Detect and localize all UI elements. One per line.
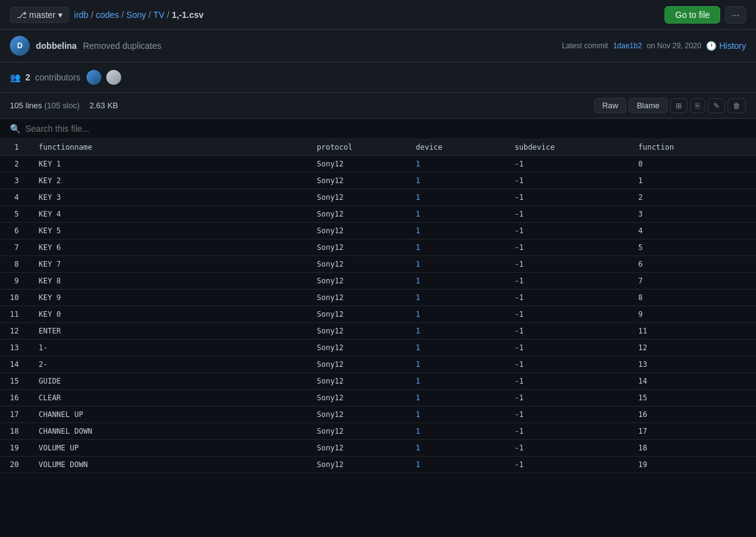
contributors-label: contributors [35, 72, 80, 82]
search-icon: 🔍 [10, 124, 20, 134]
table-row: 8 KEY 7 Sony12 1 -1 6 [0, 256, 756, 273]
line-num: 20 [0, 457, 28, 473]
branch-chevron: ▾ [58, 10, 62, 20]
col-subdevice: -1 [504, 390, 628, 406]
col-protocol: Sony12 [307, 340, 406, 356]
commit-bar: D dobbelina Removed duplicates Latest co… [0, 30, 756, 62]
raw-button[interactable]: Raw [594, 98, 626, 113]
contributor-avatar-1[interactable] [85, 69, 103, 86]
branch-selector[interactable]: ⎇ master ▾ [10, 7, 69, 23]
commit-hash[interactable]: 1dae1b2 [613, 41, 642, 50]
col-function: 3 [628, 206, 756, 223]
col-subdevice: -1 [504, 373, 628, 390]
edit-button[interactable]: ✎ [708, 98, 725, 113]
col-function: 13 [628, 356, 756, 373]
col-device: 1 [406, 440, 504, 457]
latest-commit-label: Latest commit [562, 41, 608, 50]
col-protocol: Sony12 [307, 223, 406, 239]
breadcrumb-codes[interactable]: codes [96, 10, 119, 20]
line-num: 14 [0, 356, 28, 373]
sep4: / [167, 10, 169, 20]
breadcrumb-irdb[interactable]: irdb [74, 10, 88, 20]
more-options-button[interactable]: ··· [725, 6, 746, 24]
col-subdevice: -1 [504, 223, 628, 239]
col-subdevice: -1 [504, 440, 628, 457]
col-function: 9 [628, 306, 756, 323]
line-num: 18 [0, 423, 28, 440]
table-row: 15 GUIDE Sony12 1 -1 14 [0, 373, 756, 390]
col-subdevice: -1 [504, 189, 628, 206]
go-to-file-button[interactable]: Go to file [665, 6, 720, 24]
col-subdevice: -1 [504, 173, 628, 189]
copy-path-button[interactable]: ⊞ [670, 98, 687, 113]
col-protocol: Sony12 [307, 423, 406, 440]
col-function: 17 [628, 423, 756, 440]
col-functionname: functionname [28, 139, 307, 156]
sep2: / [121, 10, 124, 20]
col-protocol: Sony12 [307, 256, 406, 273]
col-functionname: KEY 2 [28, 173, 307, 189]
col-function: 18 [628, 440, 756, 457]
contributors-icon: 👥 [10, 72, 20, 82]
history-button[interactable]: 🕐 History [706, 41, 746, 51]
file-lines: 105 lines (105 sloc) [10, 101, 80, 110]
top-bar: ⎇ master ▾ irdb / codes / Sony / TV / 1,… [0, 0, 756, 30]
col-function: 7 [628, 273, 756, 290]
col-subdevice: -1 [504, 306, 628, 323]
col-protocol: Sony12 [307, 173, 406, 189]
col-function: 12 [628, 340, 756, 356]
col-function: 16 [628, 406, 756, 423]
search-bar: 🔍 [0, 119, 756, 139]
col-function: function [628, 139, 756, 156]
col-protocol: Sony12 [307, 273, 406, 290]
col-device: 1 [406, 239, 504, 256]
breadcrumb-sony[interactable]: Sony [126, 10, 146, 20]
col-protocol: Sony12 [307, 373, 406, 390]
line-num: 8 [0, 256, 28, 273]
col-device: 1 [406, 457, 504, 473]
col-protocol: Sony12 [307, 156, 406, 173]
file-stats: 105 lines (105 sloc) 2.63 KB [10, 101, 118, 110]
file-meta-bar: 105 lines (105 sloc) 2.63 KB Raw Blame ⊞… [0, 93, 756, 119]
col-function: 15 [628, 390, 756, 406]
col-device: 1 [406, 156, 504, 173]
col-function: 6 [628, 256, 756, 273]
sep1: / [91, 10, 93, 20]
col-function: 19 [628, 457, 756, 473]
breadcrumb-tv[interactable]: TV [153, 10, 164, 20]
line-num: 19 [0, 440, 28, 457]
blame-button[interactable]: Blame [629, 98, 668, 113]
table-row: 10 KEY 9 Sony12 1 -1 8 [0, 290, 756, 306]
table-row: 7 KEY 6 Sony12 1 -1 5 [0, 239, 756, 256]
col-device: 1 [406, 323, 504, 340]
col-functionname: KEY 4 [28, 206, 307, 223]
line-num: 12 [0, 323, 28, 340]
col-protocol: Sony12 [307, 306, 406, 323]
line-num: 17 [0, 406, 28, 423]
sloc-count: (105 sloc) [45, 101, 80, 110]
contributors-count: 2 [25, 72, 30, 82]
file-table: 1 functionname protocol device subdevice… [0, 139, 756, 473]
table-row: 18 CHANNEL DOWN Sony12 1 -1 17 [0, 423, 756, 440]
col-device: 1 [406, 406, 504, 423]
col-device: 1 [406, 223, 504, 239]
col-protocol: protocol [307, 139, 406, 156]
copy-raw-button[interactable]: ⎘ [690, 98, 705, 113]
col-functionname: KEY 1 [28, 156, 307, 173]
col-device: 1 [406, 206, 504, 223]
file-actions: Raw Blame ⊞ ⎘ ✎ 🗑 [594, 98, 746, 113]
col-functionname: CLEAR [28, 390, 307, 406]
col-functionname: VOLUME UP [28, 440, 307, 457]
breadcrumb: irdb / codes / Sony / TV / 1,-1.csv [74, 10, 203, 20]
col-device: 1 [406, 290, 504, 306]
delete-button[interactable]: 🗑 [728, 98, 746, 113]
contributor-avatar-2[interactable] [105, 69, 122, 86]
col-function: 4 [628, 223, 756, 239]
col-device: 1 [406, 373, 504, 390]
search-input[interactable] [25, 124, 746, 134]
commit-author[interactable]: dobbelina [36, 41, 77, 51]
clock-icon: 🕐 [706, 41, 716, 51]
line-num: 11 [0, 306, 28, 323]
line-num: 10 [0, 290, 28, 306]
col-functionname: CHANNEL DOWN [28, 423, 307, 440]
